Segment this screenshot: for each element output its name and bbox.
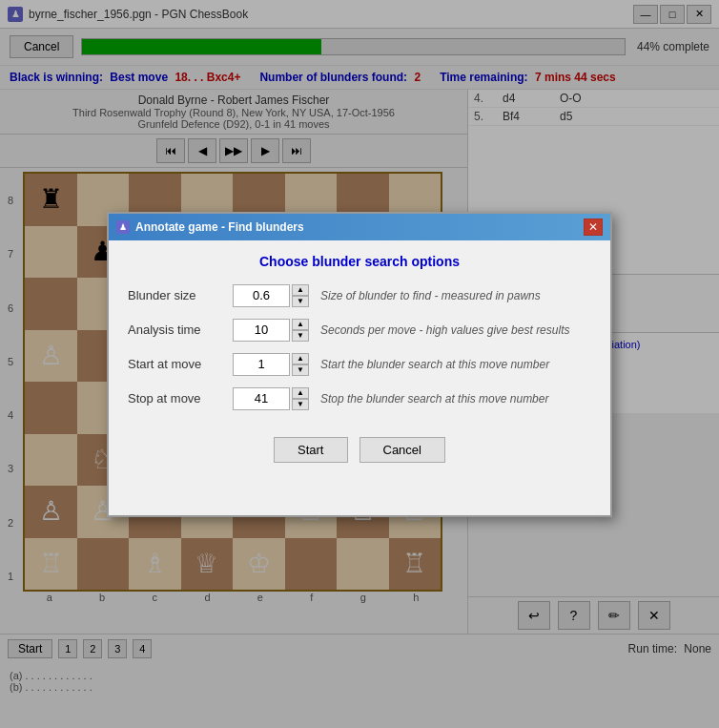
blunder-size-spinner: ▲ ▼ xyxy=(292,284,309,307)
analysis-time-up[interactable]: ▲ xyxy=(292,319,309,330)
modal-footer: Start Cancel xyxy=(128,422,591,474)
modal-section-title: Choose blunder search options xyxy=(128,254,591,269)
blunder-size-input[interactable] xyxy=(233,284,290,307)
analysis-time-down[interactable]: ▼ xyxy=(292,330,309,342)
modal-start-button[interactable]: Start xyxy=(274,437,347,463)
stop-move-up[interactable]: ▲ xyxy=(292,387,309,399)
modal-body: Choose blunder search options Blunder si… xyxy=(109,240,610,488)
modal-overlay: ♟ Annotate game - Find blunders ✕ Choose… xyxy=(0,0,719,728)
analysis-time-row: Analysis time ▲ ▼ Seconds per move - hig… xyxy=(128,319,591,342)
analysis-time-spinner: ▲ ▼ xyxy=(292,319,309,342)
stop-move-down[interactable]: ▼ xyxy=(292,399,309,410)
start-move-row: Start at move ▲ ▼ Start the blunder sear… xyxy=(128,353,591,376)
blunder-size-up[interactable]: ▲ xyxy=(292,284,309,296)
start-move-hint: Start the blunder search at this move nu… xyxy=(320,358,549,371)
analysis-time-input[interactable] xyxy=(233,319,290,342)
modal-icon: ♟ xyxy=(116,220,130,234)
modal-cancel-button[interactable]: Cancel xyxy=(360,437,445,463)
start-move-input[interactable] xyxy=(233,353,290,376)
start-move-spinner: ▲ ▼ xyxy=(292,353,309,376)
blunder-size-row: Blunder size ▲ ▼ Size of blunder to find… xyxy=(128,284,591,307)
stop-move-row: Stop at move ▲ ▼ Stop the blunder search… xyxy=(128,387,591,410)
analysis-time-label: Analysis time xyxy=(128,322,233,337)
modal-title-left: ♟ Annotate game - Find blunders xyxy=(116,220,304,234)
modal-title-bar: ♟ Annotate game - Find blunders ✕ xyxy=(109,214,610,240)
blunder-size-label: Blunder size xyxy=(128,288,233,302)
modal-close-button[interactable]: ✕ xyxy=(584,218,603,236)
start-move-label: Start at move xyxy=(128,357,233,371)
stop-move-label: Stop at move xyxy=(128,391,233,406)
blunder-size-hint: Size of blunder to find - measured in pa… xyxy=(320,289,541,302)
stop-move-input[interactable] xyxy=(233,387,290,410)
modal-title: Annotate game - Find blunders xyxy=(135,220,304,234)
stop-move-spinner: ▲ ▼ xyxy=(292,387,309,410)
modal-dialog: ♟ Annotate game - Find blunders ✕ Choose… xyxy=(107,212,612,517)
start-move-down[interactable]: ▼ xyxy=(292,364,309,376)
analysis-time-hint: Seconds per move - high values give best… xyxy=(320,323,569,337)
start-move-up[interactable]: ▲ xyxy=(292,353,309,364)
stop-move-hint: Stop the blunder search at this move num… xyxy=(320,392,548,406)
blunder-size-down[interactable]: ▼ xyxy=(292,296,309,307)
